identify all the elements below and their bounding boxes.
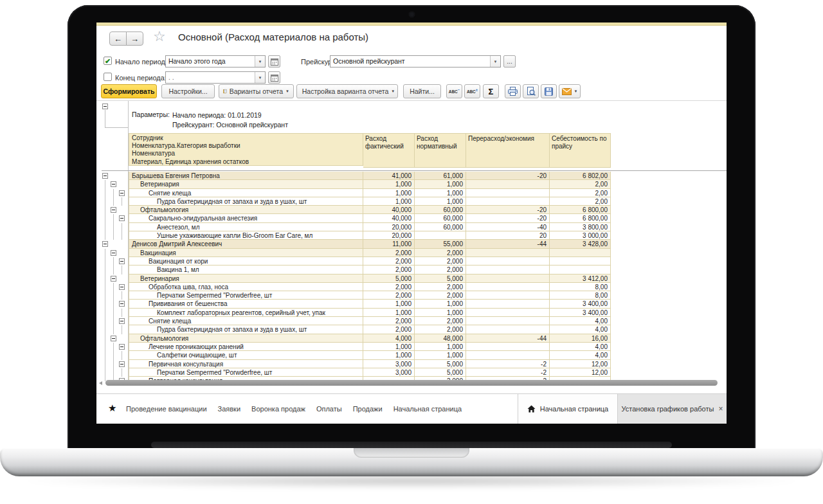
pricelist-more-button[interactable]: ... [503,55,516,68]
chevron-down-icon[interactable]: ▼ [255,56,265,67]
taskbar-link[interactable]: Оплаты [316,405,342,413]
horizontal-scrollbar[interactable] [105,380,718,386]
cell-fact: 20,000 [363,231,415,240]
minus-icon [112,253,115,253]
tree-rail [113,291,114,300]
end-period-calendar-button[interactable] [268,71,280,84]
tree-rail [113,283,114,291]
tab-schedule-setup[interactable]: Установка графиков работы × [617,394,727,424]
group-collapse-button[interactable]: АВС− [446,84,462,98]
cell-fact: 3,000 [363,360,415,368]
generate-button[interactable]: Сформировать [101,84,157,98]
collapse-toggle[interactable] [111,250,116,256]
back-button[interactable]: ← [109,32,127,46]
minus-icon [120,303,123,304]
collapse-toggle[interactable] [102,104,108,109]
collapse-toggle[interactable] [111,336,116,341]
send-mail-button[interactable]: ▼ [559,84,581,98]
table-row[interactable]: Офтальмология40,00060,000-206 800,00 [96,206,727,214]
table-row[interactable]: Лечение проникающих ранений1,0001,0004,0… [96,343,727,351]
collapse-toggle[interactable] [111,207,116,213]
table-row[interactable]: Вакцина 1, мл2,0002,000 [96,266,727,274]
table-row[interactable]: Перчатки Sempermed "Porwderfree, шт2,000… [96,291,727,300]
start-period-checkbox[interactable]: ✔ [104,57,112,65]
collapse-toggle[interactable] [119,318,125,324]
cell-cost: 2,00 [550,189,611,197]
table-row[interactable]: Офтальмология4,00048,000-4416,00 [96,334,727,343]
cell-norm: 1,000 [415,300,466,308]
collapse-toggle[interactable] [119,361,125,367]
table-row[interactable]: Пудра бактерицидная от запаха и зуда в у… [96,325,727,334]
collapse-toggle[interactable] [119,215,125,221]
pricelist-field[interactable]: Основной прейскурант ▼ [330,55,501,68]
chevron-down-icon[interactable]: ▼ [255,72,265,83]
start-period-field[interactable]: Начало этого года ▼ [165,55,266,68]
column-headers: Расход фактическийРасход нормативныйПере… [363,133,611,168]
settings-button[interactable]: Настройки... [161,84,215,98]
group-expand-button[interactable]: АВС± [464,84,480,98]
taskbar-link[interactable]: Заявки [218,405,241,413]
table-row[interactable]: Ушные ухаживающие капли Bio-Groom Ear Ca… [96,231,727,240]
find-button[interactable]: Найти... [403,84,441,98]
collapse-toggle[interactable] [119,344,125,350]
taskbar-link[interactable]: Начальная страница [393,405,462,413]
scroll-left-arrow[interactable] [99,381,102,385]
end-period-value: . . [166,72,255,83]
cell-cost: 6 802,00 [550,172,611,180]
table-row[interactable]: Перчатки Sempermed "Porwderfree, шт3,000… [96,368,727,377]
report-variants-button[interactable]: Варианты отчета ▼ [219,84,294,98]
start-period-calendar-button[interactable] [268,55,280,68]
table-row[interactable]: Анестезол, мл20,00060,000-403 800,00 [96,223,727,231]
collapse-toggle[interactable] [119,284,125,290]
row-group-header: Номенклатура [129,149,363,158]
end-period-field[interactable]: . . ▼ [165,71,266,84]
table-row[interactable]: Пудра бактерицидная от запаха и зуда в у… [96,197,727,206]
preview-button[interactable] [523,84,539,98]
print-button[interactable] [505,84,521,98]
table-row[interactable]: Первичная консультация3,0005,000-212,00 [96,360,727,368]
table-row[interactable]: Барышева Евгения Петровна41,00061,000-20… [96,172,727,180]
sum-button[interactable]: Σ [483,84,499,98]
save-button[interactable] [541,84,557,98]
collapse-toggle[interactable] [111,276,116,282]
table-row[interactable]: Снятие клеща1,0001,0002,00 [96,189,727,197]
table-row[interactable]: Ветеринария5,0005,0003 412,00 [96,274,727,283]
table-row[interactable]: Обработка шва, глаз, носа2,0002,0008,00 [96,283,727,291]
collapse-toggle[interactable] [102,173,108,179]
table-row[interactable]: Вакцинация от кори2,0002,000 [96,257,727,266]
collapse-toggle[interactable] [119,301,125,307]
close-icon[interactable]: × [718,404,723,413]
minus-icon [120,321,123,321]
collapse-toggle[interactable] [119,190,125,196]
forward-button[interactable]: → [126,32,143,46]
taskbar-link[interactable]: Воронка продаж [251,405,305,413]
tree-rail [122,266,122,274]
row-label: Вакцинация [129,249,363,257]
tree-gutter-cell [96,206,129,214]
taskbar-link[interactable]: Проведение вакцинации [126,405,207,413]
taskbar-link[interactable]: Продажи [353,405,383,413]
table-row[interactable]: Денисов Дмитрий Алексеевич11,00055,000-4… [96,240,727,248]
table-row[interactable]: Снятие клеща2,0002,0004,00 [96,317,727,325]
cell-over [466,325,550,334]
favorite-star-icon[interactable]: ☆ [153,28,166,45]
collapse-toggle[interactable] [102,241,108,247]
cell-norm: 2,000 [415,291,466,300]
end-period-checkbox[interactable] [104,73,112,81]
table-row[interactable]: Сакрально-эпидуральная анестезия40,00060… [96,214,727,222]
favorites-star-icon[interactable]: ★ [108,402,116,414]
chevron-down-icon[interactable]: ▼ [490,56,500,67]
table-row[interactable]: Ветеринария1,0001,0002,00 [96,180,727,188]
cell-over [466,249,550,257]
collapse-toggle[interactable] [111,181,116,187]
variant-settings-button[interactable]: Настройка варианта отчета ▼ [296,84,398,98]
table-row[interactable]: Комплект лабораторных реагентов, серийны… [96,309,727,317]
row-group-header: Материал, Единица хранения остатков [129,158,363,166]
cell-over [466,283,550,291]
tab-home[interactable]: Начальная страница [518,394,617,424]
table-row[interactable]: Прививания от бешенства1,0001,0003 400,0… [96,300,727,308]
table-row[interactable]: Салфетки очищающие, шт1,0001,0004,00 [96,351,727,359]
tree-rail [122,291,122,300]
collapse-toggle[interactable] [119,258,125,264]
table-row[interactable]: Вакцинация2,0002,000 [96,249,727,257]
